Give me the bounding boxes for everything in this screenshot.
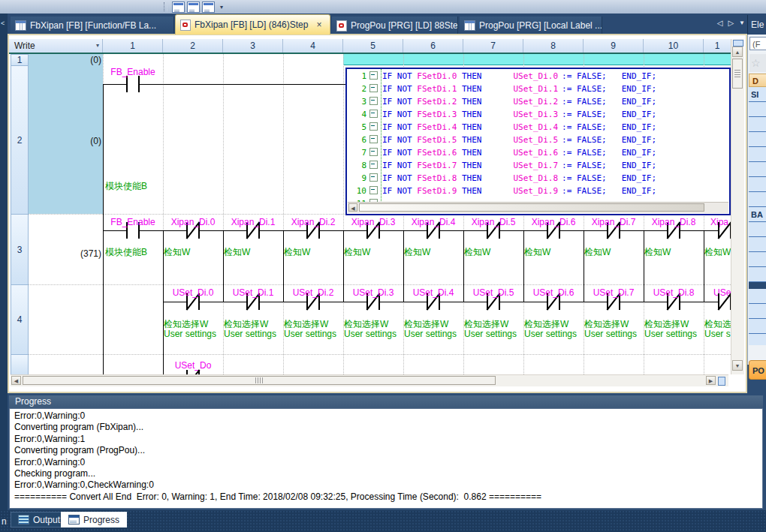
document-tab[interactable]: FbXipan [FB] [LD] (846)Step× [175, 14, 330, 35]
collapsed-dock-strip[interactable]: < [0, 14, 8, 510]
tab-scroll-right-icon[interactable]: ▷ [728, 19, 734, 27]
toolbar-drag-handle[interactable] [164, 2, 167, 11]
operand-label[interactable]: Xipan_Di.4 [402, 217, 465, 227]
toolbar-overflow-icon[interactable]: ▾ [217, 4, 223, 11]
st-code-line[interactable]: 10IF NOT FSetDi.9 THENUSet_Di.9:= FALSE;… [347, 185, 731, 197]
list-item[interactable] [749, 162, 766, 177]
list-item[interactable] [749, 192, 766, 207]
operand-label[interactable]: Xipan_Di.0 [161, 217, 225, 227]
list-item[interactable] [749, 267, 766, 282]
scroll-left-icon[interactable]: ◀ [11, 376, 21, 385]
vertical-scrollbar[interactable]: ▲ ▼ [731, 39, 744, 374]
splitter-box[interactable] [733, 40, 743, 47]
progress-panel-title[interactable]: Progress [9, 395, 763, 408]
list-item[interactable] [749, 102, 766, 117]
operand-label[interactable]: USet_Do [161, 360, 225, 371]
list-item[interactable] [749, 237, 766, 252]
window-list-icon[interactable] [172, 2, 185, 13]
st-code-line[interactable]: 1IF NOT FSetDi.0 THENUSet_Di.0:= FALSE;E… [347, 70, 731, 83]
st-horizontal-scrollbar[interactable]: ◀ [348, 202, 728, 213]
document-tab[interactable]: FbXipan [FB] [Function/FB La... [11, 17, 174, 35]
device-comment: 检知W [224, 246, 250, 259]
operand-label[interactable]: USet_Di.5 [462, 287, 525, 298]
row-number-cell[interactable]: 4 [11, 284, 29, 355]
horizontal-scrollbar[interactable]: ◀ ▶ [11, 374, 728, 386]
st-code-line[interactable]: 9IF NOT FSetDi.8 THENUSet_Di.8:= FALSE;E… [347, 172, 731, 185]
scroll-right-icon[interactable]: ▶ [706, 376, 716, 385]
operand-label[interactable]: Xipan_Di.2 [282, 217, 345, 227]
row-number-cell[interactable] [11, 354, 29, 374]
contact[interactable] [124, 76, 142, 92]
list-item[interactable] [749, 222, 766, 237]
step-number: (0) [70, 55, 101, 65]
list-item[interactable] [749, 132, 766, 147]
horizontal-scrollbar-thumb[interactable] [23, 376, 496, 385]
chevron-left-icon: < [1, 20, 5, 27]
operand-label[interactable]: USet_Di.7 [582, 287, 645, 298]
line-number: 9 [347, 172, 366, 185]
operand-label[interactable]: Xipan_Di.6 [522, 217, 585, 227]
contact-negated[interactable] [716, 222, 731, 239]
edit-mode-selector[interactable]: Write ▾ [11, 39, 103, 53]
operand-label[interactable]: Xipan_Di.7 [582, 217, 645, 227]
new-window-icon[interactable] [202, 2, 215, 13]
operand-label[interactable]: USet_Di.1 [222, 287, 285, 298]
list-item[interactable] [749, 289, 766, 304]
operand-label[interactable]: USet_Di.8 [642, 287, 705, 298]
document-tab[interactable]: ProgPou [PRG] [LD] 88Step [332, 17, 458, 35]
st-code-line[interactable]: 5IF NOT FSetDi.4 THENUSet_Di.4:= FALSE;E… [347, 121, 731, 134]
contact-negated[interactable] [716, 293, 731, 310]
st-code-line[interactable]: 3IF NOT FSetDi.2 THENUSet_Di.2:= FALSE;E… [347, 95, 731, 108]
operand-label[interactable]: USet_Di.0 [161, 287, 225, 298]
operand-label[interactable]: Xipan_Di.8 [642, 217, 705, 227]
st-scrollbar-thumb[interactable] [359, 203, 704, 212]
list-item[interactable] [749, 177, 766, 192]
operand-label[interactable]: Xipan_Di.1 [222, 217, 285, 227]
scroll-up-icon[interactable]: ▲ [732, 47, 743, 57]
dock-tab-progress[interactable]: Progress [61, 512, 127, 527]
list-item[interactable]: SI [749, 87, 766, 102]
list-item[interactable] [749, 319, 766, 334]
operand-label[interactable]: Xipan_Di.3 [342, 217, 405, 227]
list-item[interactable] [749, 117, 766, 132]
inline-st-editor[interactable]: 1IF NOT FSetDi.0 THENUSet_Di.0:= FALSE;E… [345, 68, 731, 215]
dock-tab-output[interactable]: Output [11, 512, 68, 527]
st-code-line[interactable]: 2IF NOT FSetDi.1 THENUSet_Di.1:= FALSE;E… [347, 83, 731, 95]
ladder-grid[interactable]: 1234(0)(0)(371) FB_Enable模块使能BFB_Enable模… [9, 54, 731, 374]
list-item[interactable] [749, 252, 766, 267]
list-item[interactable] [749, 147, 766, 162]
operand-label[interactable]: USet_Di.3 [342, 287, 405, 298]
operand-label[interactable]: FB_Enable [101, 67, 164, 77]
st-code-line[interactable]: 7IF NOT FSetDi.6 THENUSet_Di.6:= FALSE;E… [347, 146, 731, 159]
operand-label[interactable]: USet_Di.4 [402, 287, 465, 298]
favorites-star-icon[interactable]: ☆ [749, 54, 766, 72]
scroll-down-icon[interactable]: ▼ [732, 360, 743, 371]
st-code-line[interactable]: 8IF NOT FSetDi.7 THENUSet_Di.7:= FALSE;E… [347, 159, 731, 172]
element-list[interactable]: SIBA [749, 87, 766, 345]
row-number-cell[interactable]: 1 [11, 54, 29, 66]
operand-label[interactable]: FB_Enable [101, 217, 164, 227]
display-target-header[interactable]: D [749, 74, 766, 87]
list-item[interactable]: BA [749, 207, 766, 222]
find-pou-input[interactable]: (F [749, 37, 766, 50]
progress-log[interactable]: Error:0,Warning:0Converting program (FbX… [9, 408, 763, 509]
st-code-line[interactable]: 6IF NOT FSetDi.5 THENUSet_Di.5:= FALSE;E… [347, 134, 731, 146]
list-item[interactable] [749, 304, 766, 319]
pou-list-tab[interactable]: PO [749, 360, 766, 380]
switch-window-icon[interactable] [187, 2, 200, 13]
tab-scroll-left-icon[interactable]: ◁ [717, 19, 723, 27]
operand-label[interactable]: Xipan_Di.5 [462, 217, 525, 227]
close-icon[interactable]: × [316, 20, 321, 30]
document-tab[interactable]: ProgPou [PRG] [Local Label ... [460, 17, 602, 35]
operand-label[interactable]: USet_Di.2 [282, 287, 345, 298]
ladder-editor: Write ▾ 123456789101 1234(0)(0)(371) FB_… [8, 34, 747, 393]
splitter-box[interactable] [718, 377, 725, 386]
row-number-cell[interactable]: 2 [11, 65, 29, 215]
row-number-cell[interactable]: 3 [11, 214, 29, 285]
tab-list-dropdown-icon[interactable]: ▼ [739, 20, 745, 26]
st-scroll-left-icon[interactable]: ◀ [348, 203, 357, 212]
st-code-line[interactable]: 4IF NOT FSetDi.3 THENUSet_Di.3:= FALSE;E… [347, 108, 731, 121]
operand-label[interactable]: USet_Di.6 [522, 287, 585, 298]
vertical-scrollbar-thumb[interactable] [732, 59, 743, 89]
partial-dock-tab[interactable]: n [0, 516, 7, 527]
